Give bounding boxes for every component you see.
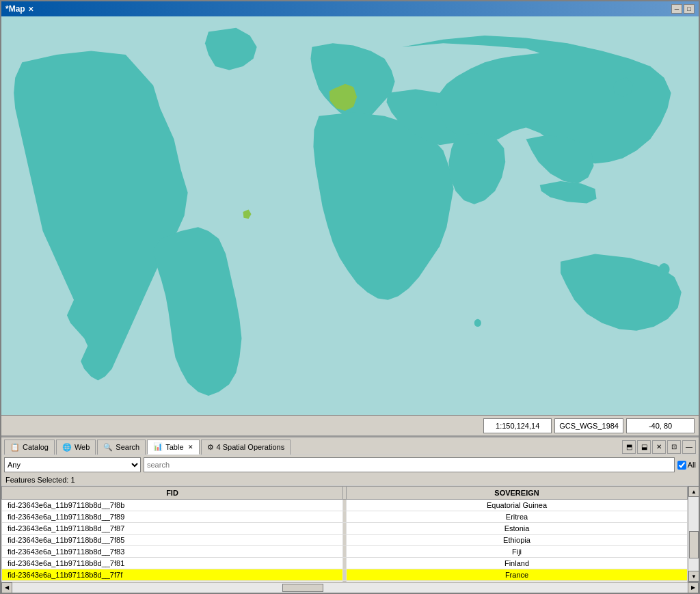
search-icon: 🔍 bbox=[103, 443, 113, 452]
title-bar-left: *Map ✕ bbox=[5, 4, 33, 14]
cell-fid: fid-23643e6a_11b97118b8d__7f8b bbox=[2, 500, 343, 511]
svg-point-2 bbox=[658, 263, 669, 275]
cell-sovereign: Eritrea bbox=[347, 511, 688, 523]
scroll-track[interactable] bbox=[688, 497, 699, 571]
table-close-icon[interactable]: ✕ bbox=[188, 444, 193, 450]
search-input[interactable] bbox=[144, 457, 675, 472]
close-panel-button[interactable]: ✕ bbox=[652, 440, 666, 454]
svg-point-1 bbox=[474, 319, 481, 327]
table-wrapper: FID SOVEREIGN fid-23643e6a_11b97118b8d__… bbox=[1, 486, 699, 582]
table-row[interactable]: fid-23643e6a_11b97118b8d__7f83Fiji bbox=[2, 546, 688, 558]
data-table: FID SOVEREIGN fid-23643e6a_11b97118b8d__… bbox=[1, 486, 688, 582]
features-selected-label: Features Selected: 1 bbox=[1, 474, 699, 486]
filter-row: Any All bbox=[1, 455, 699, 474]
catalog-icon: 📋 bbox=[10, 443, 20, 452]
scroll-left-button[interactable]: ◀ bbox=[1, 582, 12, 593]
scroll-h-track[interactable] bbox=[12, 583, 688, 593]
cell-fid: fid-23643e6a_11b97118b8d__7f83 bbox=[2, 546, 343, 558]
table-row[interactable]: fid-23643e6a_11b97118b8d__7f81Finland bbox=[2, 558, 688, 569]
scroll-thumb[interactable] bbox=[689, 531, 699, 558]
map-canvas[interactable] bbox=[1, 16, 699, 415]
table-row[interactable]: fid-23643e6a_11b97118b8d__7f89Eritrea bbox=[2, 511, 688, 523]
bottom-panel: 📋 Catalog 🌐 Web 🔍 Search 📊 Table ✕ ⚙ 4 S… bbox=[1, 435, 699, 593]
title-bar-buttons: ─ □ bbox=[671, 4, 695, 14]
scale-field: 1:150,124,14 bbox=[483, 418, 552, 433]
table-row[interactable]: fid-23643e6a_11b97118b8d__7f7fFrance bbox=[2, 569, 688, 581]
cell-fid: fid-23643e6a_11b97118b8d__7f89 bbox=[2, 511, 343, 523]
scroll-h-thumb[interactable] bbox=[282, 584, 323, 592]
cell-sovereign: Equatorial Guinea bbox=[347, 500, 688, 511]
scroll-up-button[interactable]: ▲ bbox=[688, 486, 699, 497]
table-row[interactable]: fid-23643e6a_11b97118b8d__7f8bEquatorial… bbox=[2, 500, 688, 511]
tab-close-icon[interactable]: ✕ bbox=[28, 5, 33, 13]
restore-panel-button[interactable]: ⊡ bbox=[667, 440, 681, 454]
tab-table[interactable]: 📊 Table ✕ bbox=[147, 440, 199, 455]
cell-sovereign: Estonia bbox=[347, 523, 688, 535]
cell-sovereign: Gabon bbox=[347, 581, 688, 582]
column-header-sovereign: SOVEREIGN bbox=[347, 487, 688, 500]
table-row[interactable]: fid-23643e6a_11b97118b8d__7f7dGabon bbox=[2, 581, 688, 582]
cell-sovereign: Fiji bbox=[347, 546, 688, 558]
minimize-panel-button[interactable]: — bbox=[682, 440, 696, 454]
table-row[interactable]: fid-23643e6a_11b97118b8d__7f85Ethiopia bbox=[2, 535, 688, 546]
all-checkbox[interactable] bbox=[677, 461, 686, 470]
maximize-button[interactable]: □ bbox=[684, 4, 695, 14]
table-container: FID SOVEREIGN fid-23643e6a_11b97118b8d__… bbox=[1, 486, 699, 593]
coords-field: -40, 80 bbox=[626, 418, 695, 433]
table-icon: 📊 bbox=[153, 442, 163, 451]
table-scroll[interactable]: FID SOVEREIGN fid-23643e6a_11b97118b8d__… bbox=[1, 486, 688, 582]
tab-catalog[interactable]: 📋 Catalog bbox=[4, 440, 55, 455]
column-header-fid: FID bbox=[2, 487, 343, 500]
tile-vertical-button[interactable]: ⬓ bbox=[637, 440, 651, 454]
title-bar: *Map ✕ ─ □ bbox=[1, 1, 699, 16]
cell-sovereign: Finland bbox=[347, 558, 688, 569]
horizontal-scrollbar[interactable]: ◀ ▶ bbox=[1, 582, 699, 593]
cell-fid: fid-23643e6a_11b97118b8d__7f7d bbox=[2, 581, 343, 582]
main-window: *Map ✕ ─ □ bbox=[0, 0, 700, 594]
table-row[interactable]: fid-23643e6a_11b97118b8d__7f87Estonia bbox=[2, 523, 688, 535]
filter-select[interactable]: Any bbox=[4, 457, 141, 472]
status-bar: 1:150,124,14 GCS_WGS_1984 -40, 80 bbox=[1, 415, 699, 435]
scroll-right-button[interactable]: ▶ bbox=[688, 582, 699, 593]
tabs-bar: 📋 Catalog 🌐 Web 🔍 Search 📊 Table ✕ ⚙ 4 S… bbox=[1, 437, 699, 455]
web-icon: 🌐 bbox=[62, 443, 72, 452]
minimize-button[interactable]: ─ bbox=[671, 4, 682, 14]
world-map-svg bbox=[1, 16, 699, 415]
cell-fid: fid-23643e6a_11b97118b8d__7f81 bbox=[2, 558, 343, 569]
cell-fid: fid-23643e6a_11b97118b8d__7f7f bbox=[2, 569, 343, 581]
tab-spatial[interactable]: ⚙ 4 Spatial Operations bbox=[201, 440, 291, 455]
tab-web[interactable]: 🌐 Web bbox=[56, 440, 96, 455]
tile-horizontal-button[interactable]: ⬒ bbox=[622, 440, 636, 454]
cell-fid: fid-23643e6a_11b97118b8d__7f87 bbox=[2, 523, 343, 535]
crs-field: GCS_WGS_1984 bbox=[554, 418, 623, 433]
vertical-scrollbar[interactable]: ▲ ▼ bbox=[688, 486, 699, 582]
scroll-down-button[interactable]: ▼ bbox=[688, 571, 699, 582]
tabs-right-buttons: ⬒ ⬓ ✕ ⊡ — bbox=[622, 440, 696, 454]
cell-fid: fid-23643e6a_11b97118b8d__7f85 bbox=[2, 535, 343, 546]
cell-sovereign: France bbox=[347, 569, 688, 581]
all-checkbox-label: All bbox=[677, 461, 696, 470]
spatial-icon: ⚙ bbox=[207, 443, 214, 452]
cell-sovereign: Ethiopia bbox=[347, 535, 688, 546]
tab-search[interactable]: 🔍 Search bbox=[97, 440, 146, 455]
window-title: *Map bbox=[5, 4, 25, 14]
